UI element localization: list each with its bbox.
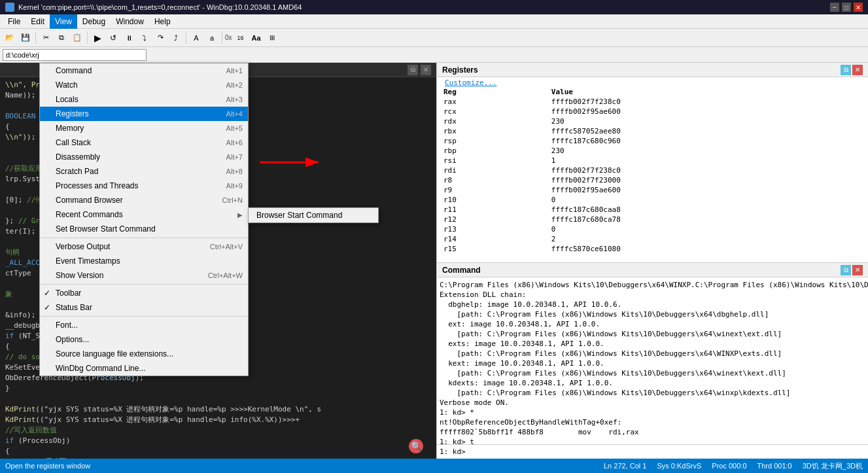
menu-item-verbose_output[interactable]: Verbose OutputCtrl+Alt+V	[40, 239, 248, 254]
menu-item-command_browser[interactable]: Command BrowserCtrl+N	[40, 193, 248, 207]
menu-item-set_browser_start_command[interactable]: Set Browser Start Command	[40, 222, 248, 236]
submenu-item-browser-start[interactable]: Browser Start Command	[249, 208, 378, 222]
reg-value-cell: ffffc187c680c960	[547, 136, 865, 146]
menu-item-label: Status Bar	[56, 303, 243, 312]
menu-item-show_version[interactable]: Show VersionCtrl+Alt+W	[40, 268, 248, 283]
toolbar-save[interactable]: 💾	[18, 31, 33, 45]
toolbar-open[interactable]: 📂	[3, 31, 17, 45]
command-header-buttons: ⧉ ✕	[841, 265, 863, 275]
command-input[interactable]	[466, 447, 865, 456]
recent-commands-submenu: Browser Start Command	[248, 207, 379, 223]
menu-shortcut: Alt+9	[226, 182, 243, 190]
toolbar-cut[interactable]: ✂	[39, 31, 53, 45]
menu-separator	[40, 316, 248, 317]
reg-value-cell: ffffb002f95ae600	[547, 107, 865, 116]
minimize-button[interactable]: −	[830, 3, 839, 12]
menu-debug[interactable]: Debug	[77, 14, 111, 29]
menu-help[interactable]: Help	[149, 14, 176, 29]
menu-item-source_language_file_extensions[interactable]: Source language file extensions...	[40, 347, 248, 361]
menu-item-font[interactable]: Font...	[40, 318, 248, 332]
close-button[interactable]: ✕	[854, 3, 863, 12]
register-row: r12ffffc187c680ca78	[440, 215, 865, 224]
menu-item-label: Event Timestamps	[56, 256, 243, 266]
menu-item-label: Command	[56, 66, 213, 75]
command-output-line: nt!ObpReferenceObjectByHandleWithTag+0xe…	[440, 417, 865, 427]
toolbar-aa-btn[interactable]: Aa	[249, 31, 264, 45]
reg-value-cell: 230	[547, 116, 865, 126]
reg-value-cell: ffffc187c680ca78	[547, 215, 865, 224]
menu-item-recent_commands[interactable]: Recent Commands▶Browser Start Command	[40, 207, 248, 222]
app-icon	[5, 3, 14, 12]
menu-edit[interactable]: Edit	[26, 14, 50, 29]
registers-close-btn[interactable]: ✕	[852, 65, 863, 75]
menu-item-label: Memory	[56, 124, 213, 133]
toolbar-step-over[interactable]: ↷	[153, 31, 167, 45]
code-undock-btn[interactable]: ⧉	[408, 65, 418, 75]
command-title: Command	[442, 266, 481, 275]
command-output-line: 1: kd> *	[440, 408, 865, 417]
register-row: r142	[440, 234, 865, 244]
menu-separator	[40, 284, 248, 285]
register-row: rdx230	[440, 116, 865, 126]
menu-shortcut: Ctrl+N	[222, 196, 243, 204]
reg-name-cell: rcx	[440, 107, 547, 116]
menu-file[interactable]: File	[3, 14, 26, 29]
menu-item-locals[interactable]: LocalsAlt+3	[40, 92, 248, 107]
menu-item-toolbar[interactable]: ✓Toolbar	[40, 286, 248, 300]
menu-item-status_bar[interactable]: ✓Status Bar	[40, 300, 248, 315]
toolbar-restart[interactable]: ↺	[106, 31, 120, 45]
reg-name-cell: r10	[440, 195, 547, 205]
toolbar-step-in[interactable]: ⤵	[137, 31, 152, 45]
code-close-btn[interactable]: ✕	[421, 65, 431, 75]
status-extra: 3D饥 龙卡网_3D机	[803, 461, 863, 471]
menu-item-scratch_pad[interactable]: Scratch PadAlt+8	[40, 164, 248, 179]
toolbar-sep3	[186, 32, 186, 44]
menu-item-disassembly[interactable]: DisassemblyAlt+7	[40, 150, 248, 164]
command-close-btn[interactable]: ✕	[852, 265, 863, 275]
register-row: rsi1	[440, 156, 865, 166]
register-row: rbxffffc587052aee80	[440, 126, 865, 136]
menu-item-windbg_command_line[interactable]: WinDbg Command Line...	[40, 361, 248, 376]
right-panel: Registers ⧉ ✕ Customize... Reg Value	[436, 63, 868, 459]
toolbar-go[interactable]: ▶	[90, 31, 105, 45]
menu-item-command[interactable]: CommandAlt+1	[40, 63, 248, 78]
toolbar: 📂 💾 ✂ ⧉ 📋 ▶ ↺ ⏸ ⤵ ↷ ⤴ A a 0x 16 Aa ⊞	[0, 29, 868, 47]
toolbar-misc-btn[interactable]: ⊞	[265, 31, 279, 45]
maximize-button[interactable]: □	[842, 3, 851, 12]
command-output-line: kext: image 10.0.20348.1, API 1.0.0.	[440, 359, 865, 368]
address-input[interactable]	[3, 49, 147, 61]
toolbar-font-a-upper[interactable]: A	[189, 31, 203, 45]
menu-item-call_stack[interactable]: Call StackAlt+6	[40, 135, 248, 150]
toolbar-paste[interactable]: 📋	[70, 31, 84, 45]
toolbar-hex-btn[interactable]: 16	[234, 31, 248, 45]
menu-item-watch[interactable]: WatchAlt+2	[40, 78, 248, 92]
command-input-row: 1: kd>	[437, 444, 868, 459]
menu-item-event_timestamps[interactable]: Event Timestamps	[40, 254, 248, 268]
toolbar-copy[interactable]: ⧉	[54, 31, 69, 45]
search-in-code-icon[interactable]: 🔍	[409, 439, 423, 453]
customize-link[interactable]: Customize...	[440, 77, 502, 88]
menu-shortcut: Alt+2	[226, 81, 243, 89]
toolbar-break[interactable]: ⏸	[122, 31, 136, 45]
menu-item-label: Toolbar	[56, 289, 243, 298]
toolbar-font-a-lower[interactable]: a	[205, 31, 219, 45]
menu-window[interactable]: Window	[111, 14, 149, 29]
reg-value-cell: ffffb002f7f23000	[547, 175, 865, 185]
menu-item-label: Disassembly	[56, 152, 213, 162]
command-output: C:\Program Files (x86)\Windows Kits\10\D…	[437, 277, 868, 444]
command-output-line: Verbose mode ON.	[440, 398, 865, 408]
menu-item-label: Font...	[56, 321, 243, 330]
reg-col-header-value: Value	[547, 87, 865, 97]
menu-item-label: Processes and Threads	[56, 181, 213, 190]
menu-view[interactable]: View	[50, 14, 77, 29]
menu-item-registers[interactable]: RegistersAlt+4	[40, 107, 248, 121]
reg-value-cell: ffffb002f7f238c0	[547, 166, 865, 175]
menu-item-processes_and_threads[interactable]: Processes and ThreadsAlt+9	[40, 179, 248, 193]
toolbar-step-out[interactable]: ⤴	[169, 31, 183, 45]
status-sys: Sys 0:KdSrvS	[657, 462, 701, 470]
reg-name-cell: r12	[440, 215, 547, 224]
registers-dock-btn[interactable]: ⧉	[841, 65, 851, 75]
command-dock-btn[interactable]: ⧉	[841, 265, 851, 275]
menu-item-memory[interactable]: MemoryAlt+5	[40, 121, 248, 135]
menu-item-options[interactable]: Options...	[40, 332, 248, 347]
